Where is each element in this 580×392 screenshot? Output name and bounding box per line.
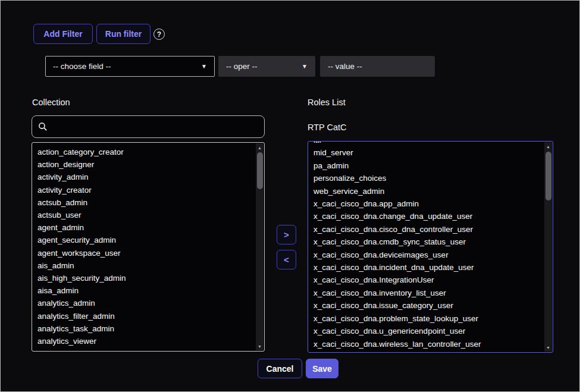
collection-scrollbar[interactable]: ▲ ▼ <box>256 143 264 350</box>
collection-listbox[interactable]: action_category_creatoraction_designerac… <box>32 142 265 352</box>
list-item[interactable]: x_caci_cisco_dna.issue_category_user <box>313 299 544 312</box>
role-filter-dialog: Add Filter Run filter ? -- choose field … <box>0 0 580 392</box>
list-item[interactable]: x_caci_cisco_dna.cmdb_sync_status_user <box>313 236 544 248</box>
list-item[interactable]: activity_admin <box>37 171 255 183</box>
collection-label: Collection <box>32 98 70 107</box>
list-item[interactable]: analytics_filter_admin <box>37 310 255 322</box>
list-item[interactable]: ais_admin <box>37 259 255 272</box>
list-item[interactable]: action_designer <box>37 158 255 171</box>
list-item[interactable]: personalize_choices <box>313 172 544 184</box>
list-item[interactable]: apm_admin <box>37 347 255 352</box>
list-item[interactable]: action_category_creator <box>37 146 255 158</box>
roles-list: itilmid_serverpa_adminpersonalize_choice… <box>308 141 544 350</box>
list-item[interactable]: analytics_admin <box>37 297 255 309</box>
chevron-down-icon: ▼ <box>201 63 207 70</box>
choose-field-label: -- choose field -- <box>53 62 111 71</box>
choose-field-select[interactable]: -- choose field -- ▼ <box>45 56 215 77</box>
roles-list-label: Roles List <box>308 98 346 107</box>
move-left-button[interactable]: < <box>277 250 296 269</box>
list-item[interactable]: x_caci_cisco_dna.wireless_lan_controller… <box>313 338 544 350</box>
help-icon[interactable]: ? <box>153 29 165 40</box>
list-item[interactable]: x_caci_cisco_dna.problem_state_lookup_us… <box>313 312 544 325</box>
list-item[interactable]: aisa_admin <box>37 284 255 297</box>
list-item[interactable]: web_service_admin <box>313 185 544 197</box>
list-item[interactable]: x_caci_cisco_dna.u_genericendpoint_user <box>313 325 544 337</box>
list-item[interactable]: actsub_admin <box>37 196 255 209</box>
scroll-up-icon[interactable]: ▲ <box>544 142 552 150</box>
scrollbar-thumb[interactable] <box>257 152 263 189</box>
scroll-down-icon[interactable]: ▼ <box>256 342 264 350</box>
operator-select[interactable]: -- oper -- ▼ <box>218 56 315 77</box>
cancel-button[interactable]: Cancel <box>258 359 302 378</box>
search-input[interactable] <box>52 115 258 138</box>
list-item[interactable]: pa_admin <box>313 159 544 172</box>
list-item[interactable]: agent_security_admin <box>37 234 255 246</box>
list-item[interactable]: x_caci_cisco_dna.IntegrationUser <box>313 274 544 286</box>
list-item[interactable]: actsub_user <box>37 209 255 221</box>
save-button[interactable]: Save <box>306 359 338 378</box>
list-item[interactable]: x_caci_cisco_dna.inventory_list_user <box>313 287 544 299</box>
list-item[interactable]: ais_high_security_admin <box>37 272 255 284</box>
search-icon <box>38 122 48 131</box>
roles-group-label: RTP CatC <box>308 123 347 132</box>
scroll-down-icon[interactable]: ▼ <box>544 343 552 352</box>
list-item[interactable]: mid_server <box>313 146 544 159</box>
run-filter-button[interactable]: Run filter <box>96 24 151 44</box>
value-label: -- value -- <box>328 62 362 71</box>
list-item[interactable]: x_caci_cisco_dna.deviceimages_user <box>313 249 544 261</box>
collection-list: action_category_creatoraction_designerac… <box>32 143 255 352</box>
value-select[interactable]: -- value -- <box>320 56 435 77</box>
list-item[interactable]: x_caci_cisco_dna.incident_dna_update_use… <box>313 261 544 274</box>
list-item[interactable]: x_caci_cisco_dna.app_admin <box>313 197 544 210</box>
roles-scrollbar[interactable]: ▲ ▼ <box>544 142 552 352</box>
move-right-button[interactable]: > <box>277 225 296 244</box>
list-item[interactable]: x_caci_cisco_dna.change_dna_update_user <box>313 210 544 222</box>
list-item[interactable]: itil <box>313 141 544 146</box>
list-item[interactable]: agent_admin <box>37 221 255 234</box>
scrollbar-thumb[interactable] <box>545 152 551 200</box>
list-item[interactable]: agent_workspace_user <box>37 247 255 259</box>
chevron-down-icon: ▼ <box>302 63 308 70</box>
list-item[interactable]: x_caci_cisco_dna.cisco_dna_controller_us… <box>313 223 544 236</box>
operator-label: -- oper -- <box>226 62 258 71</box>
list-item[interactable]: analytics_task_admin <box>37 322 255 335</box>
add-filter-button[interactable]: Add Filter <box>33 24 93 44</box>
roles-listbox[interactable]: itilmid_serverpa_adminpersonalize_choice… <box>308 141 553 353</box>
list-item[interactable]: analytics_viewer <box>37 335 255 347</box>
scroll-up-icon[interactable]: ▲ <box>256 143 264 152</box>
list-item[interactable]: activity_creator <box>37 184 255 196</box>
collection-search[interactable] <box>32 115 265 138</box>
